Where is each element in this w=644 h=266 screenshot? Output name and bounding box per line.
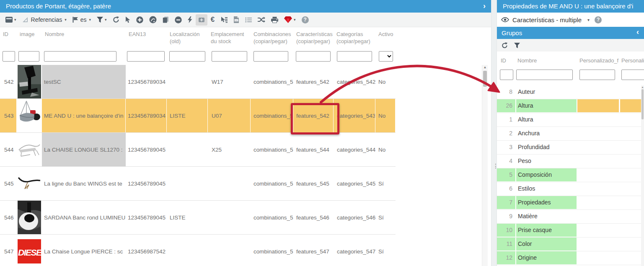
cell-emplacement[interactable]: U07: [208, 99, 251, 132]
cell-ean13[interactable]: 123456789045: [126, 201, 167, 234]
cell-group-name[interactable]: Estilos: [516, 182, 577, 195]
cell-personalizado-f[interactable]: [577, 182, 619, 195]
cell-group-name[interactable]: Altura: [516, 99, 577, 112]
cell-combinaciones[interactable]: combinations_5: [251, 133, 293, 166]
cell-localizacion[interactable]: [167, 235, 208, 266]
cell-group-id[interactable]: 8: [497, 85, 515, 98]
cell-personali[interactable]: [620, 224, 644, 237]
cell-personalizado-f[interactable]: [577, 210, 619, 223]
cell-personali[interactable]: [620, 182, 644, 195]
toolbar-button-euro[interactable]: €: [208, 14, 217, 26]
toolbar-button-filter[interactable]: ▾: [94, 14, 109, 26]
group-row-26[interactable]: 26Altura: [497, 99, 644, 113]
cell-id[interactable]: 545: [0, 167, 17, 200]
groups-filter-input[interactable]: [500, 70, 513, 80]
cell-name[interactable]: ME AND U : une balançoire d'in: [42, 99, 126, 132]
scroll-up-icon[interactable]: ▲: [641, 85, 644, 89]
cell-personalizado-f[interactable]: [577, 127, 619, 140]
cell-personalizado-f[interactable]: [577, 196, 619, 209]
cell-ean13[interactable]: 123456789045: [126, 167, 167, 200]
column-header[interactable]: ID: [501, 57, 516, 64]
cell-localizacion[interactable]: [167, 133, 208, 166]
group-row-5[interactable]: 5Composición: [497, 168, 644, 182]
toolbar-button-remove-circle[interactable]: [172, 14, 184, 26]
product-row-547[interactable]: 547DIESELa Chaise Longue PIERCE : sc1234…: [0, 235, 396, 266]
toolbar-button-copy[interactable]: [160, 14, 171, 26]
filter-input-image[interactable]: [18, 51, 39, 62]
cell-group-name[interactable]: Auteur: [516, 85, 577, 98]
cell-personalizado-f[interactable]: [577, 141, 619, 154]
cell-activo[interactable]: No: [375, 99, 396, 132]
cell-activo[interactable]: No: [375, 65, 396, 98]
cell-combinaciones[interactable]: combinations_5: [251, 65, 293, 98]
refresh-icon[interactable]: [502, 42, 508, 49]
toolbar-button-csv[interactable]: csv: [231, 14, 242, 26]
product-row-545[interactable]: 545La ligne du Banc WINGS est te12345678…: [0, 167, 396, 201]
column-header[interactable]: Combinaciones (copiar/pegar): [253, 31, 291, 45]
product-row-546[interactable]: 546SARDANA Banc rond LUMINEU123456789045…: [0, 201, 396, 235]
cell-group-name[interactable]: Profundidad: [516, 141, 577, 154]
cell-group-id[interactable]: 6: [497, 182, 515, 195]
cell-localizacion[interactable]: [167, 167, 208, 200]
groups-filter-input[interactable]: [579, 70, 615, 80]
toolbar-button-lightning[interactable]: [185, 14, 195, 26]
cell-id[interactable]: 543: [0, 99, 17, 132]
group-row-8[interactable]: 8Auteur: [497, 85, 644, 99]
group-row-1[interactable]: 1Altura: [497, 113, 644, 127]
product-image-chaise-longue-photo[interactable]: [17, 133, 42, 166]
group-row-7[interactable]: 7Propiedades: [497, 196, 644, 210]
cell-personalizado-f[interactable]: [577, 224, 619, 237]
cell-name[interactable]: SARDANA Banc rond LUMINEU: [42, 201, 126, 234]
column-header[interactable]: Características (copiar/pegar): [296, 31, 331, 45]
product-image-round-bench-photo[interactable]: [17, 201, 42, 234]
product-image-diesel-logo[interactable]: DIESE: [17, 235, 42, 266]
cell-personalizado-f[interactable]: [577, 113, 619, 126]
cell-localizacion[interactable]: LISTE: [167, 99, 208, 132]
cell-name[interactable]: La CHAISE LONGUE SL1270 :: [42, 133, 126, 166]
column-header[interactable]: Emplacement du stock: [211, 31, 248, 45]
toolbar-button-flag[interactable]: es▾: [70, 14, 93, 26]
toolbar-button-shuffle[interactable]: [255, 14, 268, 26]
filter-input-name[interactable]: [44, 51, 116, 62]
cell-ean13[interactable]: 123456789045: [126, 133, 167, 166]
cell-ean13[interactable]: 123456789034: [126, 65, 167, 98]
cell-group-name[interactable]: Prise casque: [516, 224, 577, 237]
cell-categorias[interactable]: categories_544: [334, 133, 375, 166]
cell-personali[interactable]: [620, 85, 644, 98]
cell-name[interactable]: La ligne du Banc WINGS est te: [42, 167, 126, 200]
filter-input-ean13[interactable]: [127, 51, 165, 62]
cell-personali[interactable]: [620, 113, 644, 126]
toolbar-button-expand-columns[interactable]: [196, 14, 207, 26]
cell-group-name[interactable]: Origine: [516, 251, 577, 264]
column-header[interactable]: ID: [3, 31, 15, 38]
column-header[interactable]: Personali: [621, 57, 644, 64]
cell-caracteristicas[interactable]: features_545: [293, 167, 334, 200]
group-row-11[interactable]: 11Color: [497, 238, 644, 251]
cell-categorias[interactable]: categories_546: [334, 201, 375, 234]
toolbar-button-print[interactable]: [269, 14, 281, 26]
panel-collapse-icon[interactable]: ›: [483, 0, 486, 12]
cell-group-id[interactable]: 5: [497, 168, 515, 181]
cell-emplacement[interactable]: [208, 235, 251, 266]
cell-categorias[interactable]: categories_545: [334, 167, 375, 200]
cell-personalizado-f[interactable]: [577, 85, 619, 98]
cell-combinaciones[interactable]: combinations_5: [251, 235, 293, 266]
panel-splitter[interactable]: ⋮: [491, 0, 497, 266]
toolbar-button-panel[interactable]: ▾: [3, 14, 19, 26]
groups-collapse-icon[interactable]: ‹: [636, 26, 639, 38]
cell-ean13[interactable]: 123456789034: [126, 99, 167, 132]
cell-emplacement[interactable]: X25: [208, 133, 251, 166]
toolbar-button-help[interactable]: ?: [299, 14, 311, 26]
cell-group-id[interactable]: 12: [497, 251, 515, 264]
cell-caracteristicas[interactable]: features_542: [293, 99, 334, 132]
products-vertical-scrollbar[interactable]: ▲: [482, 65, 488, 266]
view-selector-value[interactable]: Características - multiple: [512, 16, 582, 23]
cell-group-id[interactable]: 2: [497, 127, 515, 140]
cell-personali[interactable]: [620, 155, 644, 168]
cell-personali[interactable]: [620, 141, 644, 154]
groups-filter-input[interactable]: [516, 70, 573, 80]
cell-personali[interactable]: [620, 196, 644, 209]
cell-combinaciones[interactable]: combinations_5: [251, 201, 293, 234]
filter-input-emplacement[interactable]: [212, 51, 247, 62]
group-row-2[interactable]: 2Anchura: [497, 127, 644, 141]
